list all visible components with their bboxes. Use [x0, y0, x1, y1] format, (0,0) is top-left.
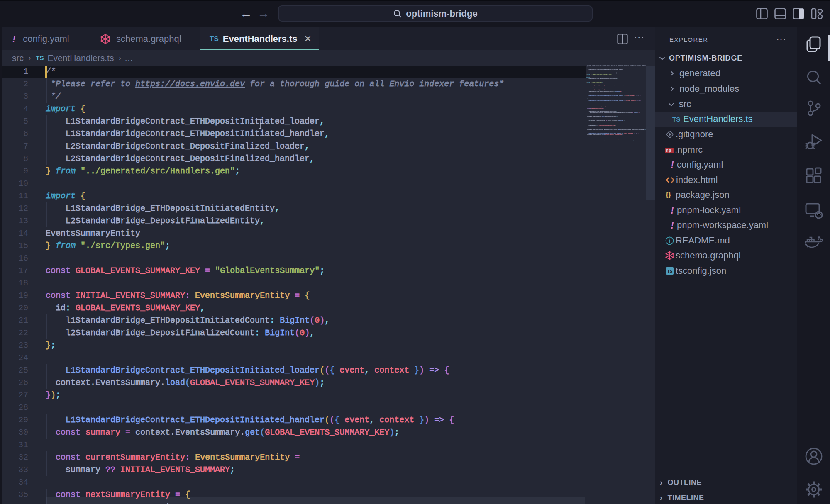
svg-text:TS: TS — [667, 269, 673, 274]
